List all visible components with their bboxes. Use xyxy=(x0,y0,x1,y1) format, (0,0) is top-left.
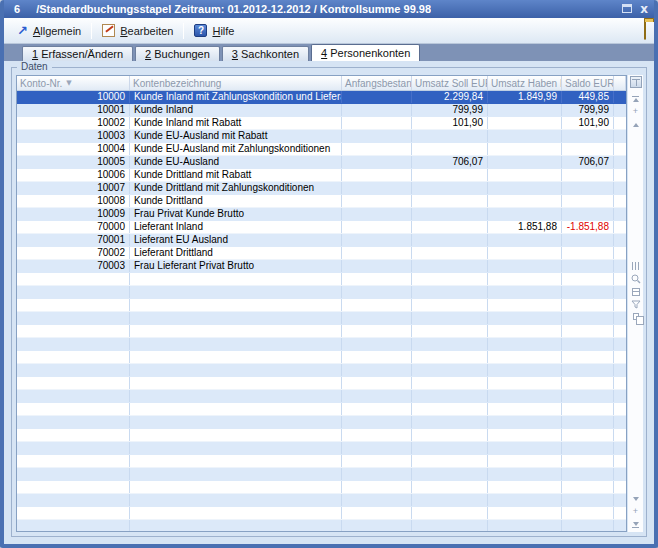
table-row[interactable] xyxy=(17,455,626,468)
table-row[interactable]: 10006 Kunde Drittland mit Rabatt xyxy=(17,169,626,182)
table-row[interactable] xyxy=(17,325,626,338)
cell-umsatz-soll: 101,90 xyxy=(412,117,488,129)
cell-anfangsbestand xyxy=(342,299,412,311)
table-row[interactable]: 70001 Lieferant EU Ausland xyxy=(17,234,626,247)
cell-konto-nr xyxy=(17,325,130,337)
cell-umsatz-soll xyxy=(412,416,488,428)
restore-icon[interactable] xyxy=(622,3,632,15)
tab-buchungen[interactable]: 2Buchungen xyxy=(135,46,220,61)
table-row[interactable] xyxy=(17,429,626,442)
header-anfangsbestand[interactable]: Anfangsbestand EUR xyxy=(342,76,412,90)
cell-filler xyxy=(614,520,626,531)
cell-filler xyxy=(614,143,626,155)
search-icon[interactable] xyxy=(631,274,641,284)
table-row[interactable] xyxy=(17,377,626,390)
nav-cross-icon[interactable]: + xyxy=(633,106,638,117)
header-umsatz-haben[interactable]: Umsatz Haben EUR xyxy=(488,76,562,90)
table-row[interactable] xyxy=(17,312,626,325)
tab-strip: 1Erfassen/Ändern 2Buchungen 3Sachkonten … xyxy=(4,44,654,61)
cell-konto-nr xyxy=(17,455,130,467)
cell-anfangsbestand xyxy=(342,481,412,493)
table-row[interactable]: 70003 Frau Lieferant Privat Brutto xyxy=(17,260,626,273)
cell-kontenbezeichnung: Kunde EU-Ausland mit Rabatt xyxy=(130,130,342,142)
table-row[interactable] xyxy=(17,442,626,455)
table-row[interactable] xyxy=(17,351,626,364)
table-row[interactable]: 10008 Kunde Drittland xyxy=(17,195,626,208)
table-row[interactable] xyxy=(17,481,626,494)
table-row[interactable]: 70002 Lieferant Drittland xyxy=(17,247,626,260)
scroll-up-icon[interactable] xyxy=(633,119,639,130)
cell-anfangsbestand xyxy=(342,247,412,259)
table-row[interactable] xyxy=(17,507,626,520)
table-header-row: Konto-Nr. ▼ Kontenbezeichnung Anfangsbes… xyxy=(17,76,626,91)
tab-erfassen-aendern[interactable]: 1Erfassen/Ändern xyxy=(22,46,133,61)
table-row[interactable]: 10005 Kunde EU-Ausland 706,07 706,07 xyxy=(17,156,626,169)
table-row[interactable]: 10004 Kunde EU-Ausland mit Zahlungskondi… xyxy=(17,143,626,156)
cell-anfangsbestand xyxy=(342,325,412,337)
cell-saldo: 101,90 xyxy=(562,117,614,129)
cell-konto-nr xyxy=(17,481,130,493)
table-row[interactable] xyxy=(17,273,626,286)
jump-to-first-icon[interactable] xyxy=(632,93,639,104)
cell-saldo xyxy=(562,195,614,207)
allgemein-label: Allgemein xyxy=(33,25,81,37)
cell-filler xyxy=(614,260,626,272)
cell-umsatz-soll xyxy=(412,260,488,272)
close-icon[interactable]: x xyxy=(640,4,648,14)
table-row[interactable]: 10001 Kunde Inland 799,99 799,99 xyxy=(17,104,626,117)
table-row[interactable]: 10003 Kunde EU-Ausland mit Rabatt xyxy=(17,130,626,143)
cell-umsatz-soll xyxy=(412,455,488,467)
table-row[interactable]: 10002 Kunde Inland mit Rabatt 101,90 101… xyxy=(17,117,626,130)
cell-saldo xyxy=(562,442,614,454)
table-row[interactable]: 70000 Lieferant Inland 1.851,88 -1.851,8… xyxy=(17,221,626,234)
header-konto-nr[interactable]: Konto-Nr. ▼ xyxy=(17,76,130,90)
table-row[interactable]: 10007 Kunde Drittland mit Zahlungskondit… xyxy=(17,182,626,195)
table-row[interactable] xyxy=(17,403,626,416)
cell-konto-nr xyxy=(17,377,130,389)
cell-filler xyxy=(614,208,626,220)
copy-icon[interactable] xyxy=(633,313,639,320)
open-folder-icon[interactable] xyxy=(644,22,646,40)
table-row[interactable] xyxy=(17,286,626,299)
cell-konto-nr: 70000 xyxy=(17,221,130,233)
table-row[interactable] xyxy=(17,416,626,429)
cell-anfangsbestand xyxy=(342,130,412,142)
tab-sachkonten[interactable]: 3Sachkonten xyxy=(222,46,309,61)
arrow-up-right-icon: ↗ xyxy=(17,25,28,37)
window-id: 6 xyxy=(14,3,20,15)
nav-cross-icon[interactable]: + xyxy=(633,506,638,517)
cell-umsatz-soll: 2.299,84 xyxy=(412,91,488,103)
view-panel-icon[interactable] xyxy=(632,288,640,296)
hilfe-button[interactable]: ? Hilfe xyxy=(189,22,239,39)
column-width-icon[interactable] xyxy=(632,262,640,270)
cell-konto-nr xyxy=(17,338,130,350)
table-row[interactable] xyxy=(17,299,626,312)
table-row[interactable] xyxy=(17,520,626,531)
allgemein-button[interactable]: ↗ Allgemein xyxy=(12,23,86,39)
table-row[interactable] xyxy=(17,364,626,377)
toolbar: ↗ Allgemein Bearbeiten ? Hilfe xyxy=(4,18,654,44)
table-row[interactable]: 10009 Frau Privat Kunde Brutto xyxy=(17,208,626,221)
header-kontenbezeichnung[interactable]: Kontenbezeichnung xyxy=(130,76,342,90)
cell-saldo xyxy=(562,520,614,531)
table-row[interactable]: 10000 Kunde Inland mit Zahlungskondition… xyxy=(17,91,626,104)
header-saldo[interactable]: Saldo EUR xyxy=(562,76,614,90)
jump-to-last-icon[interactable] xyxy=(632,519,639,530)
table-row[interactable] xyxy=(17,468,626,481)
header-umsatz-soll[interactable]: Umsatz Soll EUR xyxy=(412,76,488,90)
cell-umsatz-soll xyxy=(412,273,488,285)
header-filler xyxy=(614,76,626,90)
table-row[interactable] xyxy=(17,338,626,351)
scroll-down-icon[interactable] xyxy=(633,493,639,504)
bearbeiten-button[interactable]: Bearbeiten xyxy=(97,22,178,39)
cell-filler xyxy=(614,442,626,454)
table-row[interactable] xyxy=(17,494,626,507)
tab-personenkonten[interactable]: 4Personenkonten xyxy=(311,44,420,61)
cell-umsatz-soll xyxy=(412,182,488,194)
cell-saldo: -1.851,88 xyxy=(562,221,614,233)
cell-umsatz-soll xyxy=(412,143,488,155)
filter-icon[interactable] xyxy=(631,300,641,309)
table-row[interactable] xyxy=(17,390,626,403)
column-chooser-icon[interactable] xyxy=(630,76,642,88)
cell-konto-nr: 10000 xyxy=(17,91,130,103)
